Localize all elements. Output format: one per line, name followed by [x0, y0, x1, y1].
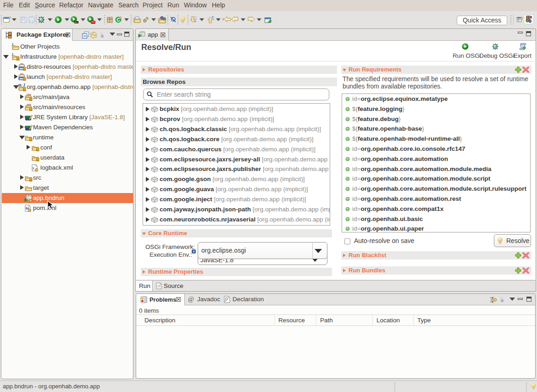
- svg-text:y: y: [32, 166, 34, 170]
- svg-text:C: C: [116, 17, 120, 22]
